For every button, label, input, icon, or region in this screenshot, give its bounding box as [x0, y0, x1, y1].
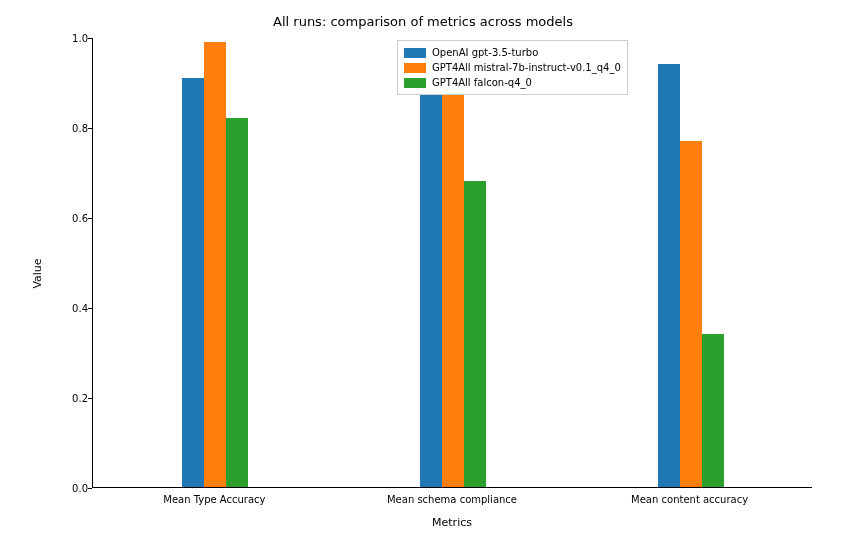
y-tick-label: 0.4 — [58, 303, 88, 314]
legend-swatch — [404, 63, 426, 73]
y-tick-label: 0.6 — [58, 213, 88, 224]
bar — [226, 118, 248, 487]
bar — [658, 64, 680, 487]
legend-item: OpenAI gpt-3.5-turbo — [404, 45, 621, 60]
legend-swatch — [404, 78, 426, 88]
bar — [182, 78, 204, 488]
y-axis-label: Value — [30, 0, 44, 547]
legend-label: GPT4All falcon-q4_0 — [432, 75, 532, 90]
plot-area — [92, 38, 812, 488]
legend-label: GPT4All mistral-7b-instruct-v0.1_q4_0 — [432, 60, 621, 75]
legend-item: GPT4All mistral-7b-instruct-v0.1_q4_0 — [404, 60, 621, 75]
bar — [464, 181, 486, 487]
legend: OpenAI gpt-3.5-turboGPT4All mistral-7b-i… — [397, 40, 628, 95]
bar-chart: All runs: comparison of metrics across m… — [0, 0, 846, 547]
x-tick-label: Mean Type Accuracy — [163, 494, 265, 505]
legend-label: OpenAI gpt-3.5-turbo — [432, 45, 538, 60]
y-tick-label: 1.0 — [58, 33, 88, 44]
bar — [420, 82, 442, 487]
y-tick-label: 0.2 — [58, 393, 88, 404]
bar — [204, 42, 226, 488]
x-tick-label: Mean content accuracy — [631, 494, 748, 505]
y-tick-label: 0.0 — [58, 483, 88, 494]
bar — [702, 334, 724, 487]
x-axis-label: Metrics — [92, 516, 812, 529]
legend-swatch — [404, 48, 426, 58]
bar — [442, 69, 464, 488]
chart-title: All runs: comparison of metrics across m… — [0, 14, 846, 29]
y-tick-label: 0.8 — [58, 123, 88, 134]
x-tick-label: Mean schema compliance — [387, 494, 517, 505]
legend-item: GPT4All falcon-q4_0 — [404, 75, 621, 90]
bar — [680, 141, 702, 488]
